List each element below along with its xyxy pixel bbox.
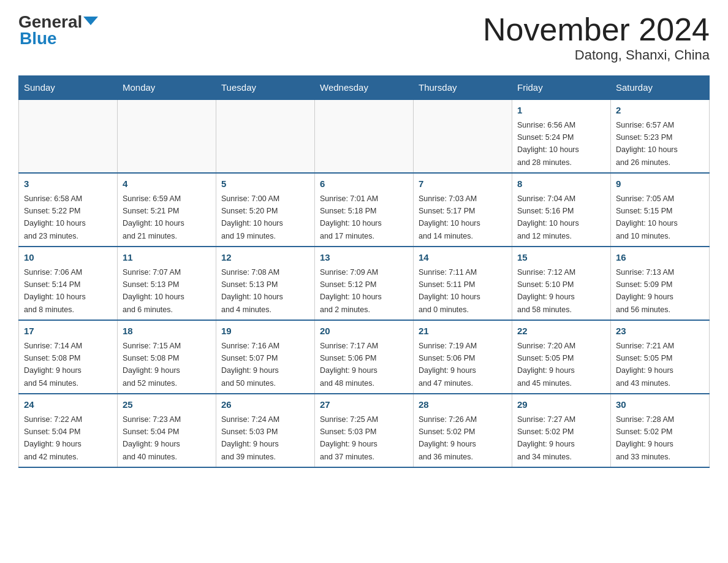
calendar-week-row: 3Sunrise: 6:58 AMSunset: 5:22 PMDaylight… [19, 173, 710, 247]
calendar-cell: 13Sunrise: 7:09 AMSunset: 5:12 PMDayligh… [315, 247, 414, 320]
day-number: 9 [616, 177, 704, 191]
day-info: Sunrise: 7:08 AMSunset: 5:13 PMDaylight:… [221, 268, 283, 314]
calendar-cell: 9Sunrise: 7:05 AMSunset: 5:15 PMDaylight… [611, 173, 710, 247]
calendar-cell: 4Sunrise: 6:59 AMSunset: 5:21 PMDaylight… [118, 173, 216, 247]
day-number: 11 [123, 251, 211, 265]
day-number: 25 [123, 398, 211, 412]
calendar-cell [19, 99, 118, 173]
day-info: Sunrise: 7:26 AMSunset: 5:02 PMDaylight:… [419, 415, 477, 461]
day-number: 5 [221, 177, 309, 191]
calendar-cell: 18Sunrise: 7:15 AMSunset: 5:08 PMDayligh… [118, 320, 216, 394]
calendar-cell: 25Sunrise: 7:23 AMSunset: 5:04 PMDayligh… [118, 394, 216, 467]
day-info: Sunrise: 6:58 AMSunset: 5:22 PMDaylight:… [24, 194, 86, 240]
day-info: Sunrise: 7:12 AMSunset: 5:10 PMDaylight:… [517, 268, 575, 314]
calendar-cell: 20Sunrise: 7:17 AMSunset: 5:06 PMDayligh… [315, 320, 414, 394]
day-number: 13 [320, 251, 408, 265]
day-number: 4 [123, 177, 211, 191]
day-number: 24 [24, 398, 112, 412]
calendar-cell [414, 99, 512, 173]
day-number: 20 [320, 324, 408, 339]
day-info: Sunrise: 7:05 AMSunset: 5:15 PMDaylight:… [616, 194, 678, 240]
day-number: 29 [517, 398, 605, 412]
column-header-sunday: Sunday [19, 76, 118, 100]
day-number: 12 [221, 251, 309, 265]
day-number: 8 [517, 177, 605, 191]
calendar-week-row: 10Sunrise: 7:06 AMSunset: 5:14 PMDayligh… [19, 247, 710, 320]
calendar-cell: 29Sunrise: 7:27 AMSunset: 5:02 PMDayligh… [512, 394, 611, 467]
day-number: 16 [616, 251, 704, 265]
logo-arrow-icon [83, 17, 98, 25]
day-info: Sunrise: 7:14 AMSunset: 5:08 PMDaylight:… [24, 342, 82, 388]
day-number: 10 [24, 251, 112, 265]
day-number: 22 [517, 324, 605, 339]
day-info: Sunrise: 7:07 AMSunset: 5:13 PMDaylight:… [123, 268, 184, 314]
day-info: Sunrise: 7:15 AMSunset: 5:08 PMDaylight:… [123, 342, 181, 388]
calendar-header-row: SundayMondayTuesdayWednesdayThursdayFrid… [19, 76, 710, 100]
day-number: 28 [419, 398, 507, 412]
calendar-cell: 5Sunrise: 7:00 AMSunset: 5:20 PMDaylight… [216, 173, 315, 247]
calendar-cell [216, 99, 315, 173]
calendar-week-row: 17Sunrise: 7:14 AMSunset: 5:08 PMDayligh… [19, 320, 710, 394]
day-info: Sunrise: 7:22 AMSunset: 5:04 PMDaylight:… [24, 415, 82, 461]
calendar-cell: 7Sunrise: 7:03 AMSunset: 5:17 PMDaylight… [414, 173, 512, 247]
calendar-cell: 3Sunrise: 6:58 AMSunset: 5:22 PMDaylight… [19, 173, 118, 247]
calendar-cell: 11Sunrise: 7:07 AMSunset: 5:13 PMDayligh… [118, 247, 216, 320]
logo-blue-text: Blue [18, 29, 57, 48]
calendar-cell: 30Sunrise: 7:28 AMSunset: 5:02 PMDayligh… [611, 394, 710, 467]
day-info: Sunrise: 7:06 AMSunset: 5:14 PMDaylight:… [24, 268, 86, 314]
day-number: 1 [517, 104, 605, 118]
day-number: 2 [616, 104, 704, 118]
title-block: November 2024 Datong, Shanxi, China [483, 12, 710, 63]
day-info: Sunrise: 7:19 AMSunset: 5:06 PMDaylight:… [419, 342, 477, 388]
calendar-cell [118, 99, 216, 173]
calendar-cell: 6Sunrise: 7:01 AMSunset: 5:18 PMDaylight… [315, 173, 414, 247]
day-number: 17 [24, 324, 112, 339]
day-info: Sunrise: 7:00 AMSunset: 5:20 PMDaylight:… [221, 194, 283, 240]
day-info: Sunrise: 7:24 AMSunset: 5:03 PMDaylight:… [221, 415, 279, 461]
location-title: Datong, Shanxi, China [483, 47, 710, 63]
day-number: 14 [419, 251, 507, 265]
calendar-cell: 27Sunrise: 7:25 AMSunset: 5:03 PMDayligh… [315, 394, 414, 467]
calendar-cell: 22Sunrise: 7:20 AMSunset: 5:05 PMDayligh… [512, 320, 611, 394]
day-number: 6 [320, 177, 408, 191]
day-info: Sunrise: 6:57 AMSunset: 5:23 PMDaylight:… [616, 121, 678, 167]
day-info: Sunrise: 7:16 AMSunset: 5:07 PMDaylight:… [221, 342, 279, 388]
day-info: Sunrise: 7:25 AMSunset: 5:03 PMDaylight:… [320, 415, 378, 461]
day-info: Sunrise: 7:03 AMSunset: 5:17 PMDaylight:… [419, 194, 480, 240]
day-number: 30 [616, 398, 704, 412]
calendar-cell: 8Sunrise: 7:04 AMSunset: 5:16 PMDaylight… [512, 173, 611, 247]
day-number: 23 [616, 324, 704, 339]
column-header-tuesday: Tuesday [216, 76, 315, 100]
calendar-week-row: 1Sunrise: 6:56 AMSunset: 5:24 PMDaylight… [19, 99, 710, 173]
calendar-cell: 19Sunrise: 7:16 AMSunset: 5:07 PMDayligh… [216, 320, 315, 394]
calendar-cell: 14Sunrise: 7:11 AMSunset: 5:11 PMDayligh… [414, 247, 512, 320]
day-number: 26 [221, 398, 309, 412]
logo: General Blue [18, 12, 98, 48]
calendar-cell: 26Sunrise: 7:24 AMSunset: 5:03 PMDayligh… [216, 394, 315, 467]
day-info: Sunrise: 6:59 AMSunset: 5:21 PMDaylight:… [123, 194, 184, 240]
day-info: Sunrise: 7:21 AMSunset: 5:05 PMDaylight:… [616, 342, 674, 388]
calendar-cell: 10Sunrise: 7:06 AMSunset: 5:14 PMDayligh… [19, 247, 118, 320]
day-info: Sunrise: 7:01 AMSunset: 5:18 PMDaylight:… [320, 194, 382, 240]
day-info: Sunrise: 7:04 AMSunset: 5:16 PMDaylight:… [517, 194, 579, 240]
day-info: Sunrise: 7:20 AMSunset: 5:05 PMDaylight:… [517, 342, 575, 388]
column-header-monday: Monday [118, 76, 216, 100]
page-header: General Blue November 2024 Datong, Shanx… [18, 12, 710, 63]
calendar-cell: 23Sunrise: 7:21 AMSunset: 5:05 PMDayligh… [611, 320, 710, 394]
day-info: Sunrise: 7:17 AMSunset: 5:06 PMDaylight:… [320, 342, 378, 388]
calendar-cell: 15Sunrise: 7:12 AMSunset: 5:10 PMDayligh… [512, 247, 611, 320]
calendar-cell [315, 99, 414, 173]
day-info: Sunrise: 7:27 AMSunset: 5:02 PMDaylight:… [517, 415, 575, 461]
calendar-cell: 21Sunrise: 7:19 AMSunset: 5:06 PMDayligh… [414, 320, 512, 394]
column-header-saturday: Saturday [611, 76, 710, 100]
calendar-cell: 16Sunrise: 7:13 AMSunset: 5:09 PMDayligh… [611, 247, 710, 320]
day-number: 19 [221, 324, 309, 339]
day-number: 27 [320, 398, 408, 412]
calendar-table: SundayMondayTuesdayWednesdayThursdayFrid… [18, 75, 710, 468]
day-number: 3 [24, 177, 112, 191]
day-number: 7 [419, 177, 507, 191]
calendar-cell: 28Sunrise: 7:26 AMSunset: 5:02 PMDayligh… [414, 394, 512, 467]
day-info: Sunrise: 7:09 AMSunset: 5:12 PMDaylight:… [320, 268, 382, 314]
day-info: Sunrise: 7:28 AMSunset: 5:02 PMDaylight:… [616, 415, 674, 461]
column-header-wednesday: Wednesday [315, 76, 414, 100]
